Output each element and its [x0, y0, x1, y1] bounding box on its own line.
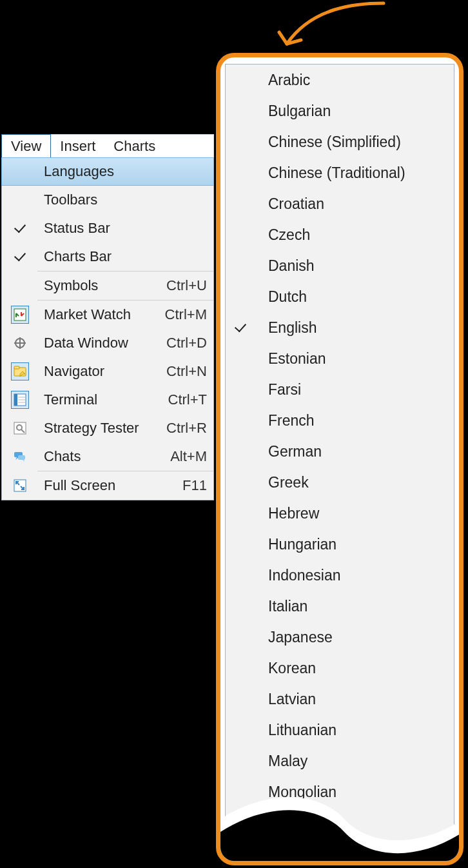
- language-label: Lithuanian: [255, 722, 336, 739]
- language-item[interactable]: Mongolian: [226, 776, 454, 807]
- language-label: Indonesian: [255, 567, 341, 584]
- menu-item-symbols[interactable]: Symbols Ctrl+U: [2, 271, 213, 300]
- language-label: Latvian: [255, 691, 316, 708]
- svg-rect-5: [14, 366, 19, 369]
- languages-submenu: ArabicBulgarianChinese (Simplified)Chine…: [225, 64, 454, 842]
- language-item[interactable]: Hebrew: [226, 498, 454, 529]
- full-screen-icon: [11, 477, 29, 495]
- language-item[interactable]: Korean: [226, 653, 454, 684]
- language-item[interactable]: Chinese (Simplified): [226, 126, 454, 157]
- language-label: French: [255, 412, 315, 429]
- shortcut-label: Alt+M: [170, 448, 213, 465]
- language-item[interactable]: German: [226, 436, 454, 467]
- language-label: English: [255, 319, 317, 337]
- language-item[interactable]: Danish: [226, 250, 454, 281]
- language-label: German: [255, 443, 322, 460]
- shortcut-label: Ctrl+T: [168, 391, 214, 408]
- languages-callout-frame: ArabicBulgarianChinese (Simplified)Chine…: [216, 53, 463, 865]
- check-icon: [235, 322, 246, 333]
- language-label: Korean: [255, 660, 316, 677]
- language-label: Bulgarian: [255, 103, 331, 120]
- language-label: Italian: [255, 598, 307, 615]
- language-label: Danish: [255, 257, 315, 275]
- menubar-item-view[interactable]: View: [1, 134, 51, 158]
- shortcut-label: Ctrl+U: [166, 277, 213, 294]
- language-item[interactable]: Lithuanian: [226, 715, 454, 745]
- chats-icon: [11, 448, 29, 466]
- language-label: Dutch: [255, 288, 307, 306]
- language-label: Chinese (Simplified): [255, 133, 401, 151]
- language-item[interactable]: Czech: [226, 219, 454, 250]
- language-item[interactable]: Estonian: [226, 343, 454, 374]
- language-item[interactable]: Greek: [226, 467, 454, 498]
- language-item[interactable]: Chinese (Traditional): [226, 157, 454, 188]
- menu-item-chats[interactable]: Chats Alt+M: [2, 442, 213, 471]
- language-item[interactable]: Arabic: [226, 64, 454, 95]
- language-item[interactable]: Bulgarian: [226, 95, 454, 126]
- menu-item-terminal[interactable]: Terminal Ctrl+T: [2, 386, 213, 414]
- language-label: Greek: [255, 474, 309, 491]
- menu-item-charts-bar[interactable]: Charts Bar: [2, 242, 213, 271]
- menu-item-navigator[interactable]: Navigator Ctrl+N: [2, 357, 213, 386]
- shortcut-label: Ctrl+D: [166, 335, 213, 351]
- language-label: Estonian: [255, 350, 326, 368]
- check-icon: [15, 223, 25, 233]
- language-label: Croatian: [255, 195, 324, 213]
- language-label: Farsi: [255, 381, 301, 399]
- shortcut-label: F11: [182, 477, 213, 494]
- language-label: Japanese: [255, 629, 333, 646]
- shortcut-label: Ctrl+M: [165, 306, 213, 323]
- strategy-tester-icon: [11, 419, 29, 437]
- language-label: Hebrew: [255, 505, 319, 522]
- menubar-item-insert[interactable]: Insert: [51, 135, 104, 157]
- menubar: View Insert Charts: [1, 134, 214, 158]
- language-item[interactable]: Dutch: [226, 281, 454, 312]
- language-item[interactable]: Japanese: [226, 622, 454, 653]
- language-item[interactable]: Malay: [226, 745, 454, 776]
- language-label: Arabic: [255, 72, 310, 89]
- language-label: Chinese (Traditional): [255, 164, 405, 182]
- view-menu-dropdown: Languages Toolbars Status Bar Charts Bar…: [1, 158, 214, 500]
- language-item[interactable]: English: [226, 312, 454, 343]
- menu-item-status-bar[interactable]: Status Bar: [2, 214, 213, 242]
- data-window-icon: [11, 334, 29, 352]
- language-item[interactable]: Hungarian: [226, 529, 454, 560]
- language-label: Malay: [255, 753, 307, 770]
- shortcut-label: Ctrl+N: [166, 363, 213, 380]
- language-label: Hungarian: [255, 536, 336, 553]
- language-label: Mongolian: [255, 784, 336, 801]
- market-watch-icon: [11, 306, 29, 324]
- check-icon: [15, 252, 25, 262]
- menu-item-data-window[interactable]: Data Window Ctrl+D: [2, 329, 213, 357]
- language-item[interactable]: Indonesian: [226, 560, 454, 591]
- language-item[interactable]: Croatian: [226, 188, 454, 219]
- language-label: Polish: [255, 814, 309, 832]
- language-item[interactable]: Latvian: [226, 684, 454, 715]
- menu-item-full-screen[interactable]: Full Screen F11: [2, 471, 213, 500]
- language-label: Czech: [255, 226, 310, 244]
- menu-item-languages[interactable]: Languages: [1, 157, 214, 186]
- terminal-icon: [11, 391, 29, 409]
- shortcut-label: Ctrl+R: [166, 420, 213, 437]
- language-item[interactable]: French: [226, 405, 454, 436]
- menu-item-toolbars[interactable]: Toolbars: [2, 186, 213, 214]
- menu-item-strategy-tester[interactable]: Strategy Tester Ctrl+R: [2, 414, 213, 442]
- navigator-icon: [11, 362, 29, 380]
- language-item[interactable]: Farsi: [226, 374, 454, 405]
- language-item[interactable]: Italian: [226, 591, 454, 622]
- language-item[interactable]: Polish: [226, 807, 454, 838]
- svg-rect-8: [14, 394, 17, 406]
- menu-item-market-watch[interactable]: Market Watch Ctrl+M: [2, 301, 213, 329]
- menubar-item-charts[interactable]: Charts: [104, 135, 164, 157]
